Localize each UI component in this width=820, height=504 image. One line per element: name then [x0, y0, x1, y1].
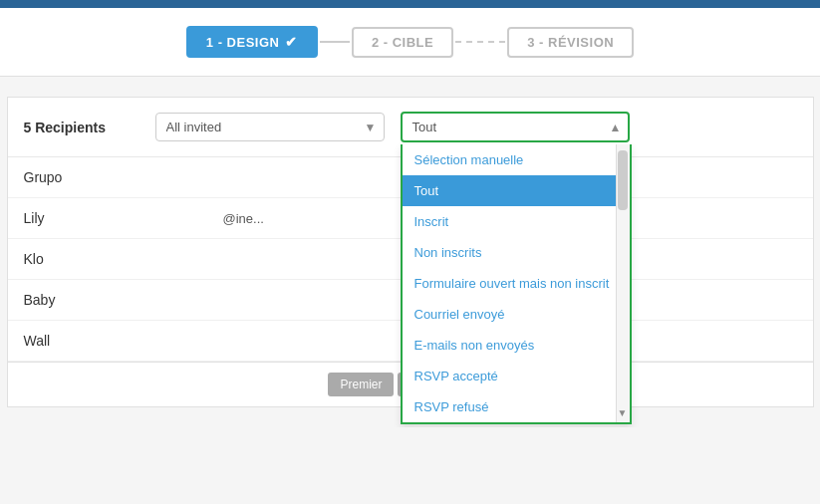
tout-value: Tout: [412, 120, 437, 134]
dropdown-option-tout[interactable]: Tout: [403, 175, 630, 206]
stepper: 1 - DESIGN ✔ 2 - CIBLE 3 - RÉVISION: [0, 8, 820, 77]
dropdown-option-non-inscrits[interactable]: Non inscrits: [403, 237, 630, 268]
dropdown-option-emails-non[interactable]: E-mails non envoyés: [403, 330, 630, 361]
row-email: @ine...: [223, 211, 264, 226]
recipients-row: 5 Recipients All invited ▼ Tout ▲ Sélect…: [8, 98, 813, 157]
main-content: 5 Recipients All invited ▼ Tout ▲ Sélect…: [7, 97, 814, 407]
dropdown-option-rsvp-accepte[interactable]: RSVP accepté: [403, 361, 630, 391]
step-2[interactable]: 2 - CIBLE: [352, 27, 453, 58]
step-3[interactable]: 3 - RÉVISION: [507, 27, 634, 58]
row-name: Klo: [24, 251, 223, 267]
all-invited-select[interactable]: All invited: [155, 113, 385, 141]
premier-button[interactable]: Premier: [328, 373, 394, 396]
dropdown-option-selection-manuelle[interactable]: Sélection manuelle: [403, 144, 630, 175]
tout-wrapper: Tout ▲ Sélection manuelle Tout Inscrit: [401, 112, 630, 142]
scrollbar-thumb: [618, 150, 628, 210]
step-2-label: 2 - CIBLE: [372, 35, 433, 50]
top-bar: [0, 0, 820, 8]
connector-2-3: [455, 41, 505, 43]
dropdown-option-rsvp-refuse[interactable]: RSVP refusé: [403, 391, 630, 422]
connector-1-2: [320, 41, 350, 43]
scroll-down-arrow[interactable]: ▼: [618, 407, 628, 418]
dropdown-option-inscrit[interactable]: Inscrit: [403, 206, 630, 237]
step-3-label: 3 - RÉVISION: [527, 35, 614, 50]
dropdown-option-courriel[interactable]: Courriel envoyé: [403, 299, 630, 330]
all-invited-wrapper: All invited ▼: [155, 113, 385, 141]
tout-dropdown-menu: Sélection manuelle Tout Inscrit Non insc…: [401, 144, 632, 424]
step-1[interactable]: 1 - DESIGN ✔: [186, 26, 318, 58]
recipients-label: 5 Recipients: [24, 120, 143, 135]
check-icon: ✔: [285, 34, 298, 50]
row-name: Lily: [24, 210, 223, 226]
dropdown-scrollbar[interactable]: ▼: [616, 144, 630, 422]
step-1-label: 1 - DESIGN: [206, 35, 280, 50]
row-name: Grupo: [24, 169, 223, 185]
dropdown-option-formulaire[interactable]: Formulaire ouvert mais non inscrit: [403, 268, 630, 299]
row-name: Wall: [24, 333, 223, 349]
tout-select[interactable]: Tout: [401, 112, 630, 142]
row-name: Baby: [24, 292, 223, 308]
